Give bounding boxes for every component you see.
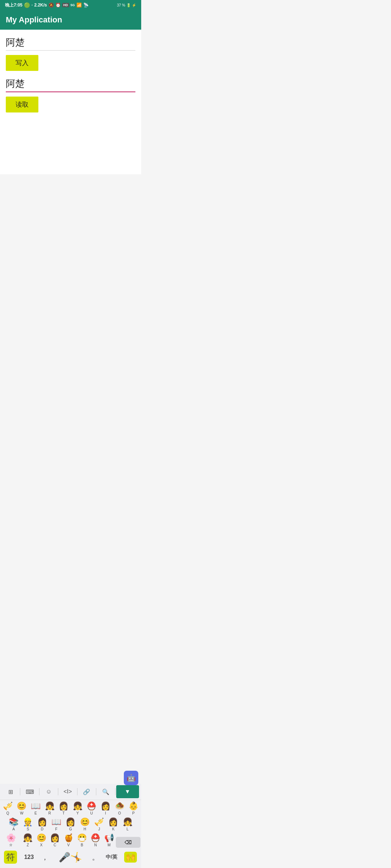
app-title: My Application [6, 15, 62, 24]
app-bar: My Application [0, 10, 141, 30]
main-content: 写入 读取 [0, 30, 141, 174]
read-section: 读取 [6, 77, 135, 112]
read-button[interactable]: 读取 [6, 97, 38, 112]
status-right: 37 % 🔋 ⚡ [117, 3, 136, 7]
status-time: 晚上7:05 🟢 · 2.2K/s 🔕 ⏰ HD 5G 📶 📡 [5, 2, 89, 8]
write-section: 写入 [6, 35, 135, 71]
read-input[interactable] [6, 77, 135, 92]
write-button[interactable]: 写入 [6, 55, 38, 71]
write-input[interactable] [6, 35, 135, 51]
status-bar: 晚上7:05 🟢 · 2.2K/s 🔕 ⏰ HD 5G 📶 📡 37 % 🔋 ⚡ [0, 0, 141, 10]
